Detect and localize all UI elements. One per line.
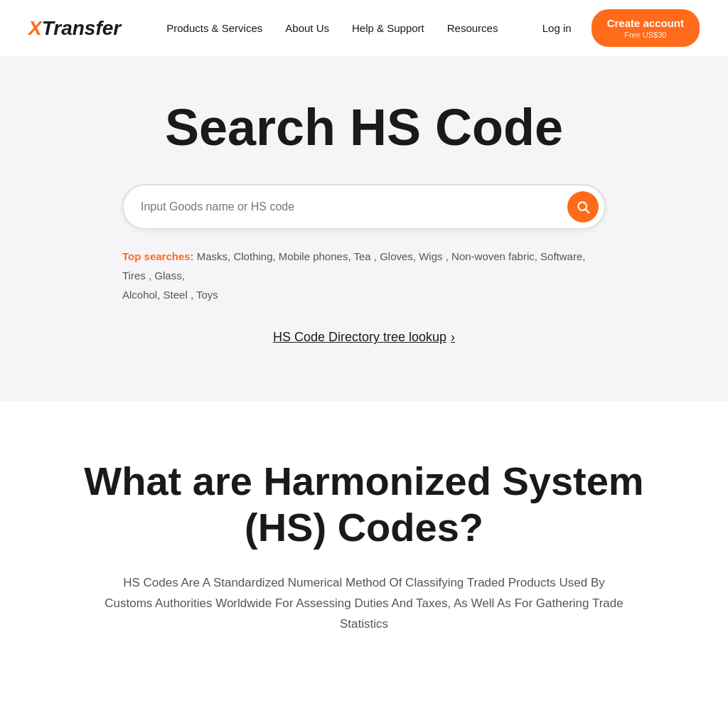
search-button[interactable] (567, 191, 599, 223)
top-searches-label: Top searches: (122, 250, 194, 262)
search-icon (576, 200, 590, 214)
search-tag-glass[interactable]: Glass, (154, 269, 185, 282)
search-tag-tires[interactable]: Tires , (122, 269, 151, 282)
hs-directory-link-text: HS Code Directory tree lookup (273, 330, 446, 345)
search-bar-wrapper (122, 184, 606, 230)
hs-directory-link[interactable]: HS Code Directory tree lookup › (273, 330, 455, 345)
hs-info-description: HS Codes Are A Standardized Numerical Me… (101, 573, 627, 635)
search-tag-gloves[interactable]: Gloves, (380, 250, 416, 262)
create-account-button[interactable]: Create account Free US$30 (592, 9, 700, 48)
search-bar (122, 184, 606, 230)
hero-section: Search HS Code Top searches: Masks, Clot… (0, 57, 728, 402)
login-button[interactable]: Log in (534, 16, 580, 40)
search-tag-non-woven-fabric[interactable]: Non-woven fabric, (451, 250, 537, 262)
nav-about-us[interactable]: About Us (274, 16, 341, 40)
search-tag-toys[interactable]: Toys (196, 289, 218, 301)
search-tag-clothing[interactable]: Clothing, (233, 250, 275, 262)
top-searches: Top searches: Masks, Clothing, Mobile ph… (122, 247, 606, 304)
search-tag-masks[interactable]: Masks, (197, 250, 231, 262)
create-account-label: Create account (607, 17, 684, 29)
search-tag-software[interactable]: Software, (540, 250, 585, 262)
search-tag-wigs[interactable]: Wigs , (419, 250, 449, 262)
hs-info-section: What are Harmonized System (HS) Codes? H… (0, 402, 728, 691)
search-input[interactable] (141, 200, 567, 213)
nav-resources[interactable]: Resources (436, 16, 510, 40)
logo[interactable]: XTransfer (28, 17, 121, 40)
create-account-sub: Free US$30 (607, 30, 684, 40)
hs-info-title: What are Harmonized System (HS) Codes? (80, 459, 648, 550)
nav-help-support[interactable]: Help & Support (341, 16, 436, 40)
main-nav: Products & Services About Us Help & Supp… (155, 16, 534, 40)
svg-line-1 (586, 210, 589, 213)
search-tag-tea[interactable]: Tea , (353, 250, 377, 262)
hero-title: Search HS Code (28, 100, 700, 156)
chevron-right-icon: › (451, 330, 455, 345)
search-tag-alcohol[interactable]: Alcohol, (122, 289, 160, 301)
search-tag-steel[interactable]: Steel , (164, 289, 194, 301)
header-actions: Log in Create account Free US$30 (534, 9, 700, 48)
header: XTransfer Products & Services About Us H… (0, 0, 728, 57)
nav-products-services[interactable]: Products & Services (155, 16, 274, 40)
search-tag-mobile-phones[interactable]: Mobile phones, (279, 250, 351, 262)
